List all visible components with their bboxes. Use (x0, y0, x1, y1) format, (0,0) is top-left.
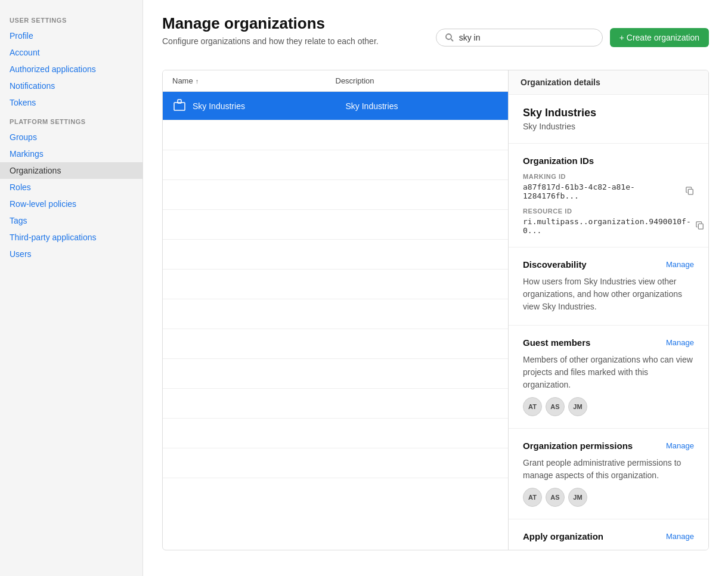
empty-row (163, 270, 508, 299)
apply-org-desc: Grant people permissions to add this org… (523, 547, 694, 550)
apply-org-manage-link[interactable]: Manage (666, 532, 694, 541)
resource-id-row: ri.multipass..organization.9490010f-0... (523, 217, 694, 235)
page-header-text: Manage organizations Configure organizat… (162, 14, 379, 60)
sidebar-item-organizations[interactable]: Organizations (0, 162, 142, 179)
create-organization-button[interactable]: + Create organization (610, 28, 709, 47)
search-input[interactable] (459, 33, 594, 42)
empty-row (163, 419, 508, 448)
empty-row (163, 389, 508, 419)
org-name: Sky Industries (523, 107, 694, 119)
col-name-header: Name ↑ (172, 76, 336, 85)
marking-id-row: a87f817d-61b3-4c82-a81e-1284176fb... (523, 182, 694, 200)
empty-row (163, 299, 508, 329)
sidebar-item-account[interactable]: Account (0, 44, 142, 61)
apply-org-section: Apply organization Manage Grant people p… (509, 519, 708, 550)
discoverability-section: Discoverability Manage How users from Sk… (509, 247, 708, 326)
resource-id-value: ri.multipass..organization.9490010f-0... (523, 217, 691, 235)
content-area: Name ↑ Description Sky IndustriesSky Ind… (162, 70, 709, 550)
svg-line-1 (451, 39, 453, 41)
guest-members-title: Guest members (523, 337, 590, 348)
detail-panel: Organization details Sky Industries Sky … (509, 70, 708, 550)
page-header: Manage organizations Configure organizat… (162, 14, 709, 60)
platform-settings-label: PLATFORM SETTINGS (0, 111, 142, 129)
guest-members-section: Guest members Manage Members of other or… (509, 326, 708, 429)
row-name: Sky Industries (193, 101, 346, 111)
guest-members-avatars: ATASJM (523, 397, 694, 416)
sidebar: USER SETTINGS ProfileAccountAuthorized a… (0, 0, 143, 576)
sidebar-item-third-party-applications[interactable]: Third-party applications (0, 229, 142, 246)
table-row[interactable]: Sky IndustriesSky Industries (163, 92, 508, 120)
col-desc-header: Description (336, 76, 499, 85)
organizations-table: Name ↑ Description Sky IndustriesSky Ind… (163, 70, 509, 550)
header-actions: + Create organization (436, 28, 709, 47)
sidebar-item-notifications[interactable]: Notifications (0, 78, 142, 94)
guest-members-manage-link[interactable]: Manage (666, 338, 694, 347)
resource-id-label: RESOURCE ID (523, 208, 694, 215)
sidebar-item-groups[interactable]: Groups (0, 129, 142, 145)
apply-org-title-row: Apply organization Manage (523, 531, 694, 541)
empty-row (163, 329, 508, 359)
avatar[interactable]: JM (568, 397, 587, 416)
sidebar-item-roles[interactable]: Roles (0, 179, 142, 196)
discoverability-desc: How users from Sky Industries view other… (523, 275, 694, 313)
org-icon (172, 98, 193, 114)
org-permissions-desc: Grant people administrative permissions … (523, 457, 694, 482)
avatar[interactable]: AT (523, 397, 542, 416)
empty-row (163, 180, 508, 210)
org-permissions-avatars: ATASJM (523, 488, 694, 507)
discoverability-manage-link[interactable]: Manage (666, 260, 694, 269)
sidebar-item-markings[interactable]: Markings (0, 145, 142, 162)
discoverability-title: Discoverability (523, 259, 587, 270)
copy-marking-id-icon[interactable] (686, 187, 694, 197)
page-title: Manage organizations (162, 14, 379, 33)
sort-arrow: ↑ (196, 78, 199, 85)
empty-row (163, 150, 508, 180)
copy-resource-id-icon[interactable] (696, 221, 704, 231)
svg-rect-2 (174, 103, 185, 110)
avatar[interactable]: AS (546, 488, 565, 507)
org-permissions-title: Organization permissions (523, 441, 633, 451)
avatar[interactable]: AS (546, 397, 565, 416)
sidebar-item-authorized-applications[interactable]: Authorized applications (0, 61, 142, 78)
empty-row (163, 448, 508, 478)
org-sub: Sky Industries (523, 122, 694, 131)
sidebar-item-tokens[interactable]: Tokens (0, 94, 142, 111)
guest-members-desc: Members of other organizations who can v… (523, 354, 694, 391)
sidebar-item-profile[interactable]: Profile (0, 27, 142, 44)
table-header: Name ↑ Description (163, 70, 508, 92)
search-icon (445, 33, 454, 42)
sidebar-item-row-level-policies[interactable]: Row-level policies (0, 196, 142, 212)
org-ids-section: Organization IDs MARKING ID a87f817d-61b… (509, 144, 708, 247)
svg-rect-6 (688, 189, 693, 194)
guest-members-title-row: Guest members Manage (523, 337, 694, 348)
sidebar-item-tags[interactable]: Tags (0, 212, 142, 229)
page-subtitle: Configure organizations and how they rel… (162, 36, 379, 46)
empty-row (163, 120, 508, 150)
detail-panel-header: Organization details (509, 70, 708, 95)
org-ids-title: Organization IDs (523, 156, 694, 166)
apply-org-title: Apply organization (523, 531, 603, 541)
avatar[interactable]: JM (568, 488, 587, 507)
marking-id-value: a87f817d-61b3-4c82-a81e-1284176fb... (523, 182, 681, 200)
org-permissions-title-row: Organization permissions Manage (523, 441, 694, 451)
discoverability-title-row: Discoverability Manage (523, 259, 694, 270)
user-settings-label: USER SETTINGS (0, 10, 142, 27)
search-container (436, 29, 603, 47)
empty-row (163, 210, 508, 240)
row-desc: Sky Industries (346, 101, 499, 111)
svg-rect-7 (698, 224, 703, 229)
org-name-section: Sky Industries Sky Industries (509, 95, 708, 144)
sidebar-item-users[interactable]: Users (0, 246, 142, 262)
empty-row (163, 240, 508, 270)
main-content: Manage organizations Configure organizat… (143, 0, 728, 576)
empty-row (163, 359, 508, 389)
org-permissions-manage-link[interactable]: Manage (666, 441, 694, 450)
avatar[interactable]: AT (523, 488, 542, 507)
org-permissions-section: Organization permissions Manage Grant pe… (509, 429, 708, 519)
marking-id-label: MARKING ID (523, 173, 694, 180)
svg-point-0 (446, 34, 451, 39)
